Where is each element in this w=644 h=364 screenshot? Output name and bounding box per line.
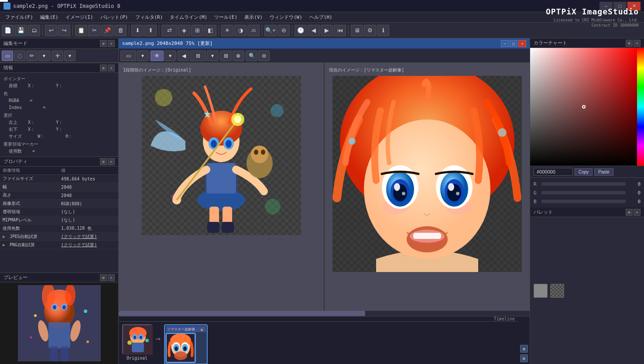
brush-dropdown[interactable]: ▾ xyxy=(38,51,50,61)
menu-tools[interactable]: ツール(E) xyxy=(211,13,241,21)
view-dropdown[interactable]: ▾ xyxy=(164,51,176,61)
settings-button[interactable]: ⚙ xyxy=(364,25,376,36)
save-button[interactable]: 💾 xyxy=(15,25,27,36)
view-mode-btn[interactable]: 👁 xyxy=(151,51,164,61)
svg-point-58 xyxy=(498,128,507,137)
back-button[interactable]: ◀ xyxy=(308,25,320,36)
select-rect-img-tool[interactable]: ▭ xyxy=(120,51,136,61)
original-thumbnail[interactable] xyxy=(122,324,152,354)
nav-btn[interactable]: ⊕ xyxy=(233,51,244,61)
timeline-add-btn[interactable]: ⊕ xyxy=(520,345,528,353)
table-row[interactable]: ▶ JPEG自動試算 (クリックで試算) xyxy=(0,233,118,241)
props-close[interactable]: ✕ xyxy=(108,158,115,165)
first-button[interactable]: ⏮ xyxy=(334,25,346,36)
brush-tool[interactable]: ✏ xyxy=(26,51,38,61)
info-float[interactable]: ⊞ xyxy=(100,65,107,71)
filter1-button[interactable]: ◈ xyxy=(178,25,190,36)
zoom-out-button[interactable]: ⊖ xyxy=(277,25,290,36)
original-image[interactable] xyxy=(142,76,301,235)
remastered-canvas-panel[interactable]: 現在のイメージ：[リマスター超解像] xyxy=(325,63,530,311)
img-win-min[interactable]: − xyxy=(501,40,509,47)
color-chart-close[interactable]: ✕ xyxy=(634,40,641,47)
prev-btn[interactable]: ◀ xyxy=(178,51,189,61)
r-slider[interactable] xyxy=(541,182,626,186)
remastered-close-btn[interactable]: ✕ xyxy=(200,327,205,331)
color-gradient[interactable] xyxy=(530,48,637,166)
b-slider[interactable] xyxy=(541,200,626,203)
color-chart-float[interactable]: ⊞ xyxy=(626,40,633,47)
menu-edit[interactable]: 編集(E) xyxy=(37,13,62,21)
prop-value-jpeg[interactable]: (クリックで試算) xyxy=(58,233,118,241)
img-win-max[interactable]: □ xyxy=(510,40,517,47)
compare-button[interactable]: ⇄ xyxy=(161,25,177,36)
g-value: 0 xyxy=(627,190,641,196)
delete-button[interactable]: 🗑 xyxy=(114,25,127,36)
edit-mode-close[interactable]: ✕ xyxy=(108,40,115,47)
palette-close[interactable]: ✕ xyxy=(634,209,641,216)
move-tool[interactable]: ✛ xyxy=(52,51,63,61)
select-rect-tool[interactable]: ▭ xyxy=(2,51,13,61)
menu-file[interactable]: ファイル(F) xyxy=(2,13,37,21)
img-win-close[interactable]: ✕ xyxy=(518,40,526,47)
palette-swatch-1[interactable] xyxy=(534,284,548,298)
zoom-out-view[interactable]: ⊖ xyxy=(258,51,270,61)
prop-value-png[interactable]: (クリックで試算) xyxy=(58,241,118,249)
prop-label-jpeg: ▶ JPEG自動試算 xyxy=(0,233,58,241)
brightness-button[interactable]: ☀ xyxy=(221,25,233,36)
svg-point-40 xyxy=(211,140,217,148)
menu-help[interactable]: ヘルプ(H) xyxy=(306,13,336,21)
move-dropdown[interactable]: ▾ xyxy=(64,51,75,61)
info-button[interactable]: ℹ xyxy=(377,25,389,36)
menu-filter[interactable]: フィルタ(R) xyxy=(132,13,167,21)
canvas-scrollbar[interactable] xyxy=(119,311,530,316)
paste-color-button[interactable]: Paste xyxy=(594,168,613,176)
zoom-in-view[interactable]: 🔍 xyxy=(246,51,257,61)
redo-button[interactable]: ↪ xyxy=(58,25,70,36)
grid-btn[interactable]: ⊞ xyxy=(220,51,232,61)
preview-close[interactable]: ✕ xyxy=(108,274,115,281)
select-dropdown[interactable]: ▾ xyxy=(137,51,148,61)
color-hue-bar[interactable] xyxy=(637,48,644,166)
prop-label-height: 高さ xyxy=(0,191,58,200)
remastered-thumbnail[interactable] xyxy=(166,333,195,363)
zoom-in-button[interactable]: 🔍+ xyxy=(264,25,277,36)
import-button[interactable]: ⬇ xyxy=(131,25,144,36)
cut-button[interactable]: ✂ xyxy=(88,25,100,36)
zoom-fit-btn[interactable]: ⊞ xyxy=(190,51,206,61)
menu-palette[interactable]: パレット(P) xyxy=(97,13,132,21)
menu-image[interactable]: イメージ(I) xyxy=(62,13,97,21)
menu-timeline[interactable]: タイムライン(M) xyxy=(166,13,211,21)
copy-color-button[interactable]: Copy xyxy=(575,168,593,176)
undo-button[interactable]: ↩ xyxy=(45,25,57,36)
save-all-button[interactable]: 🗂 xyxy=(28,25,40,36)
palette-float[interactable]: ⊞ xyxy=(626,209,633,216)
prop-label-alpha: 透明領域 xyxy=(0,208,58,216)
color-picker-area xyxy=(530,48,644,166)
filter2-button[interactable]: ⊞ xyxy=(191,25,203,36)
g-slider[interactable] xyxy=(541,191,626,194)
contrast-button[interactable]: ◑ xyxy=(234,25,247,36)
js-button[interactable]: JS xyxy=(247,25,260,36)
remastered-image[interactable] xyxy=(332,76,522,272)
info-close[interactable]: ✕ xyxy=(108,65,115,71)
timeline-settings-btn[interactable]: ⚙ xyxy=(520,354,528,362)
menu-window[interactable]: ウィンドウ(W) xyxy=(266,13,306,21)
color-hex-input[interactable] xyxy=(534,168,573,176)
props-float[interactable]: ⊞ xyxy=(100,158,107,165)
zoom-fit-dropdown[interactable]: ▾ xyxy=(207,51,218,61)
monitor-button[interactable]: 🖥 xyxy=(351,25,363,36)
preview-float[interactable]: ⊞ xyxy=(100,274,107,281)
export-button[interactable]: ⬆ xyxy=(144,25,157,36)
forward-button[interactable]: ▶ xyxy=(321,25,333,36)
scroll-thumb[interactable] xyxy=(119,311,365,316)
paste-button[interactable]: 📌 xyxy=(101,25,113,36)
new-button[interactable]: 📄 xyxy=(2,25,14,36)
copy-button[interactable]: 📋 xyxy=(75,25,87,36)
table-row[interactable]: ▶ PNG自動試算 (クリックで試算) xyxy=(0,241,118,249)
clock-button[interactable]: 🕐 xyxy=(295,25,307,36)
menu-view[interactable]: 表示(V) xyxy=(241,13,266,21)
edit-mode-float[interactable]: ⊞ xyxy=(100,40,107,47)
dither-button[interactable]: ◧ xyxy=(204,25,216,36)
palette-swatch-2[interactable] xyxy=(550,284,564,298)
lasso-tool[interactable]: ◌ xyxy=(14,51,25,61)
